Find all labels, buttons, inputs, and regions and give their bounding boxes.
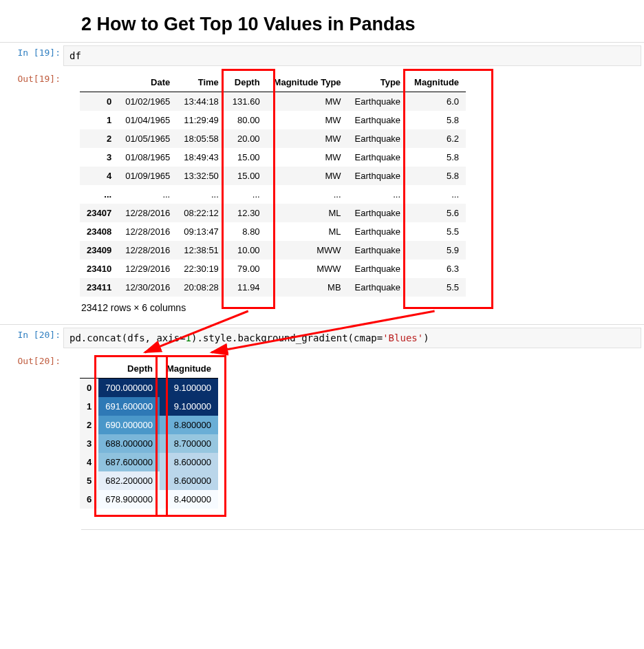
cell: Earthquake xyxy=(348,111,408,129)
row-index: 23407 xyxy=(80,204,118,222)
cell: 5.9 xyxy=(407,241,466,259)
cell: 01/04/1965 xyxy=(118,111,177,129)
cell: 13:44:18 xyxy=(177,92,226,111)
in-prompt: In [20]: xyxy=(0,325,63,341)
cell: Earthquake xyxy=(348,259,408,278)
cell: MW xyxy=(267,129,348,148)
section-heading: 2 How to Get Top 10 Values in Pandas xyxy=(81,14,644,35)
output-cell-20: Out[20]: DepthMagnitude 0700.0000009.100… xyxy=(0,351,644,517)
table-row: 201/05/196518:05:5820.00MWEarthquake6.2 xyxy=(80,129,466,148)
row-index: 23410 xyxy=(80,259,118,278)
code-input[interactable]: df xyxy=(63,45,641,66)
cell: 8.600000 xyxy=(160,453,218,471)
table-row: 2341012/29/201622:30:1979.00MWWEarthquak… xyxy=(80,259,466,278)
cell: 5.8 xyxy=(407,111,466,129)
output-area: DateTimeDepthMagnitude TypeTypeMagnitude… xyxy=(63,69,466,324)
styled-dataframe-table: DepthMagnitude 0700.0000009.1000001691.6… xyxy=(80,359,218,509)
cell: 5.6 xyxy=(407,204,466,222)
table-row: 3688.0000008.700000 xyxy=(80,434,218,453)
table-row: 2341112/30/201620:08:2811.94MBEarthquake… xyxy=(80,278,466,297)
cell: MWW xyxy=(267,241,348,259)
row-index: 5 xyxy=(80,471,98,490)
cell: ... xyxy=(118,185,177,204)
cell: ... xyxy=(226,185,267,204)
cell: 11:29:49 xyxy=(177,111,226,129)
column-header: Depth xyxy=(226,73,267,92)
cell: 690.000000 xyxy=(98,416,160,434)
row-index: 3 xyxy=(80,434,98,453)
table-row: 401/09/196513:32:5015.00MWEarthquake5.8 xyxy=(80,167,466,185)
table-row: 0700.0000009.100000 xyxy=(80,379,218,398)
cell: ML xyxy=(267,204,348,222)
out-prompt: Out[19]: xyxy=(0,69,63,85)
cell: 09:13:47 xyxy=(177,222,226,241)
cell: 18:49:43 xyxy=(177,148,226,167)
column-header xyxy=(80,359,98,379)
cell: 9.100000 xyxy=(160,397,218,416)
table-row: 2340912/28/201612:38:5110.00MWWEarthquak… xyxy=(80,241,466,259)
cell: 01/09/1965 xyxy=(118,167,177,185)
output-area: DepthMagnitude 0700.0000009.1000001691.6… xyxy=(63,351,218,517)
cell: 5.8 xyxy=(407,148,466,167)
cell: 6.0 xyxy=(407,92,466,111)
table-row: 5682.2000008.600000 xyxy=(80,471,218,490)
cell: 687.600000 xyxy=(98,453,160,471)
cell: MWW xyxy=(267,259,348,278)
cell: 5.8 xyxy=(407,167,466,185)
cell: 01/08/1965 xyxy=(118,148,177,167)
row-index: 2 xyxy=(80,416,98,434)
cell: 700.000000 xyxy=(98,379,160,398)
cell: 08:22:12 xyxy=(177,204,226,222)
cell: 682.200000 xyxy=(98,471,160,490)
cell: 10.00 xyxy=(226,241,267,259)
cell: 8.600000 xyxy=(160,471,218,490)
cell: ... xyxy=(177,185,226,204)
cell: 12/28/2016 xyxy=(118,204,177,222)
cell: Earthquake xyxy=(348,167,408,185)
cell: 01/02/1965 xyxy=(118,92,177,111)
row-index: 23408 xyxy=(80,222,118,241)
row-index: 0 xyxy=(80,92,118,111)
out-prompt: Out[20]: xyxy=(0,351,63,368)
cell: Earthquake xyxy=(348,92,408,111)
cell: 6.3 xyxy=(407,259,466,278)
cell: 8.800000 xyxy=(160,416,218,434)
row-index: 23409 xyxy=(80,241,118,259)
cell: 8.400000 xyxy=(160,490,218,509)
cell: 20:08:28 xyxy=(177,278,226,297)
cell: Earthquake xyxy=(348,129,408,148)
cell: 8.700000 xyxy=(160,434,218,453)
row-index: 1 xyxy=(80,111,118,129)
table-row: 2340812/28/201609:13:478.80MLEarthquake5… xyxy=(80,222,466,241)
cell: Earthquake xyxy=(348,278,408,297)
cell: MB xyxy=(267,278,348,297)
column-header: Type xyxy=(348,73,408,92)
table-row: 1691.6000009.100000 xyxy=(80,397,218,416)
cell: 18:05:58 xyxy=(177,129,226,148)
table-row: ..................... xyxy=(80,185,466,204)
cell: 5.5 xyxy=(407,222,466,241)
column-header: Magnitude xyxy=(407,73,466,92)
column-header xyxy=(80,73,118,92)
cell: 80.00 xyxy=(226,111,267,129)
cell: 6.2 xyxy=(407,129,466,148)
input-cell-19: In [19]: df xyxy=(0,43,644,69)
column-header: Date xyxy=(118,73,177,92)
cell: MW xyxy=(267,148,348,167)
cell: 678.900000 xyxy=(98,490,160,509)
table-row: 101/04/196511:29:4980.00MWEarthquake5.8 xyxy=(80,111,466,129)
cell: 20.00 xyxy=(226,129,267,148)
column-header: Time xyxy=(177,73,226,92)
row-index: ... xyxy=(80,185,118,204)
code-input[interactable]: pd.concat(dfs, axis=1).style.background_… xyxy=(63,328,641,348)
row-index: 23411 xyxy=(80,278,118,297)
table-row: 301/08/196518:49:4315.00MWEarthquake5.8 xyxy=(80,148,466,167)
cell: 13:32:50 xyxy=(177,167,226,185)
cell: 688.000000 xyxy=(98,434,160,453)
table-row: 001/02/196513:44:18131.60MWEarthquake6.0 xyxy=(80,92,466,111)
cell: Earthquake xyxy=(348,204,408,222)
cell: MW xyxy=(267,167,348,185)
cell: Earthquake xyxy=(348,222,408,241)
cell: 9.100000 xyxy=(160,379,218,398)
cell: 131.60 xyxy=(226,92,267,111)
